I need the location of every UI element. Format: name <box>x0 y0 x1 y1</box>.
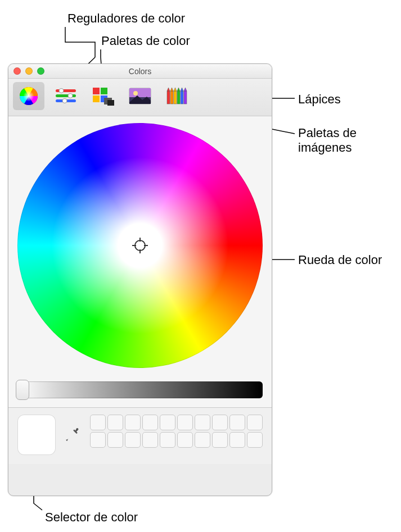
swatch-cell[interactable] <box>142 415 158 430</box>
color-wheel-tab[interactable] <box>13 82 44 110</box>
titlebar: Colors <box>8 64 272 79</box>
svg-point-6 <box>68 94 73 98</box>
callout-color-wheel: Rueda de color <box>298 253 382 267</box>
color-wheel[interactable] <box>17 123 263 368</box>
swatch-cell[interactable] <box>247 432 263 448</box>
swatch-cell[interactable] <box>195 415 210 430</box>
swatch-cell[interactable] <box>125 415 141 430</box>
svg-rect-20 <box>170 91 173 104</box>
svg-rect-3 <box>56 94 76 97</box>
svg-point-17 <box>133 91 138 96</box>
close-button[interactable] <box>13 67 21 75</box>
toolbar <box>8 79 272 116</box>
svg-marker-23 <box>174 88 177 91</box>
eyedropper-icon[interactable] <box>65 426 81 443</box>
svg-rect-13 <box>107 100 114 106</box>
swatch-grid <box>90 415 263 448</box>
swatch-cell[interactable] <box>142 432 158 448</box>
swatch-cell[interactable] <box>229 432 245 448</box>
svg-rect-18 <box>167 91 170 104</box>
svg-marker-19 <box>167 88 170 91</box>
content-area <box>8 116 272 407</box>
callout-image-palettes: Paletas de imágenes <box>298 126 394 156</box>
color-wheel-icon <box>16 85 41 107</box>
svg-rect-8 <box>93 88 100 94</box>
swatch-cell[interactable] <box>177 415 193 430</box>
swatch-cell[interactable] <box>229 415 245 430</box>
swatch-cell[interactable] <box>160 432 175 448</box>
current-color-well[interactable] <box>17 415 56 455</box>
swatch-cell[interactable] <box>107 432 123 448</box>
window-title: Colors <box>129 67 151 76</box>
svg-point-7 <box>62 99 67 103</box>
swatch-cell[interactable] <box>90 415 106 430</box>
svg-marker-29 <box>184 88 187 91</box>
svg-point-1 <box>20 87 38 105</box>
svg-rect-28 <box>184 91 187 104</box>
image-icon <box>128 85 152 107</box>
svg-marker-27 <box>181 88 183 91</box>
svg-point-5 <box>59 89 64 93</box>
sliders-icon <box>53 85 78 107</box>
traffic-lights <box>13 67 44 75</box>
brightness-slider[interactable] <box>17 381 263 398</box>
pencils-tab[interactable] <box>161 82 193 110</box>
svg-rect-15 <box>129 88 151 97</box>
svg-rect-9 <box>101 88 107 94</box>
minimize-button[interactable] <box>25 67 33 75</box>
svg-rect-26 <box>181 91 183 104</box>
svg-rect-24 <box>177 91 180 104</box>
callout-palettes: Paletas de color <box>101 34 190 48</box>
color-wheel-area[interactable] <box>17 123 263 368</box>
swatch-cell[interactable] <box>212 432 228 448</box>
image-palettes-tab[interactable] <box>124 82 156 110</box>
color-palettes-tab[interactable] <box>87 82 119 110</box>
swatch-cell[interactable] <box>195 432 210 448</box>
swatch-cell[interactable] <box>247 415 263 430</box>
svg-rect-2 <box>56 89 76 92</box>
footer <box>8 407 272 464</box>
color-sliders-tab[interactable] <box>50 82 82 110</box>
svg-marker-25 <box>177 88 180 91</box>
swatch-cell[interactable] <box>90 432 106 448</box>
callout-sliders: Reguladores de color <box>67 11 185 26</box>
palettes-icon <box>91 85 115 107</box>
swatch-cell[interactable] <box>107 415 123 430</box>
callout-pencils: Lápices <box>298 92 341 107</box>
svg-rect-22 <box>174 91 177 104</box>
brightness-thumb[interactable] <box>16 380 29 400</box>
swatch-cell[interactable] <box>177 432 193 448</box>
zoom-button[interactable] <box>37 67 44 75</box>
callout-color-picker: Selector de color <box>45 510 138 525</box>
swatch-cell[interactable] <box>125 432 141 448</box>
svg-rect-10 <box>93 96 100 102</box>
svg-marker-21 <box>170 88 173 91</box>
swatch-cell[interactable] <box>212 415 228 430</box>
pencils-icon <box>165 85 190 107</box>
swatch-cell[interactable] <box>160 415 175 430</box>
colors-window: Colors <box>8 63 272 496</box>
